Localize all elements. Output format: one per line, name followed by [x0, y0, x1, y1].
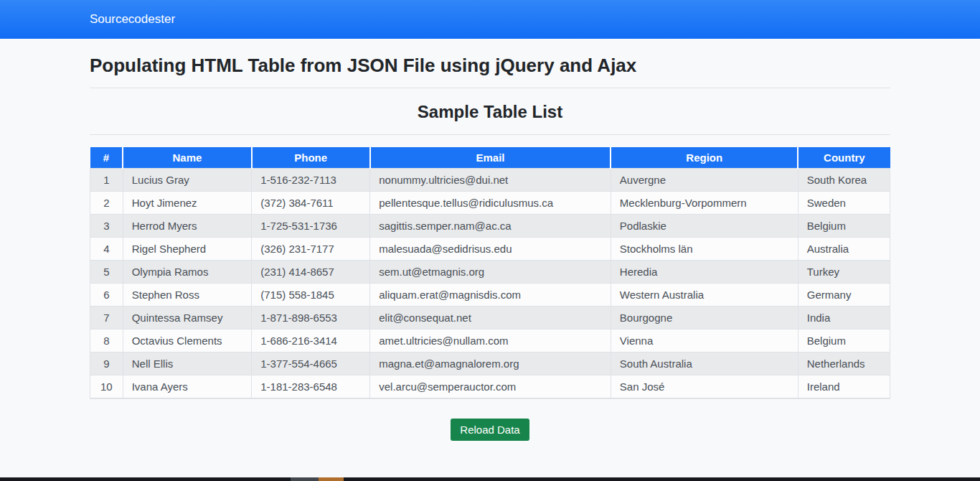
divider: [90, 88, 890, 88]
table-cell: Herrod Myers: [123, 215, 252, 238]
table-cell: 1-686-216-3414: [252, 330, 370, 352]
table-cell: 7: [90, 307, 123, 330]
table-cell: malesuada@sedidrisus.edu: [370, 238, 611, 261]
table-row: 6Stephen Ross(715) 558-1845aliquam.erat@…: [90, 284, 890, 307]
table-row: 4Rigel Shepherd(326) 231-7177malesuada@s…: [90, 238, 890, 261]
page-title: Populating HTML Table from JSON File usi…: [90, 55, 890, 77]
table-cell: San José: [611, 375, 798, 398]
table-header-row: #NamePhoneEmailRegionCountry: [90, 147, 890, 169]
table-cell: 1-181-283-6548: [252, 375, 370, 398]
table-cell: Vienna: [611, 330, 798, 352]
divider: [90, 398, 890, 399]
table-cell: Ivana Ayers: [123, 375, 252, 398]
table-cell: Netherlands: [798, 352, 890, 375]
column-header: Email: [370, 147, 611, 169]
table-cell: Quintessa Ramsey: [123, 307, 252, 330]
sample-table: #NamePhoneEmailRegionCountry 1Lucius Gra…: [90, 147, 890, 398]
table-cell: Germany: [798, 284, 890, 307]
taskbar-edge: [0, 477, 980, 481]
table-cell: pellentesque.tellus@ridiculusmus.ca: [370, 192, 611, 215]
table-cell: aliquam.erat@magnisdis.com: [370, 284, 611, 307]
table-row: 3Herrod Myers1-725-531-1736sagittis.semp…: [90, 215, 890, 238]
table-cell: Olympia Ramos: [123, 261, 252, 284]
table-cell: 1: [90, 169, 123, 192]
table-cell: sagittis.semper.nam@ac.ca: [370, 215, 611, 238]
table-cell: vel.arcu@semperauctor.com: [370, 375, 611, 398]
table-cell: 2: [90, 192, 123, 215]
table-cell: Belgium: [798, 215, 890, 238]
table-cell: South Australia: [611, 352, 798, 375]
column-header: Phone: [252, 147, 370, 169]
table-cell: amet.ultricies@nullam.com: [370, 330, 611, 352]
table-cell: 3: [90, 215, 123, 238]
table-cell: Stephen Ross: [123, 284, 252, 307]
table-row: 1Lucius Gray1-516-232-7113nonummy.ultric…: [90, 169, 890, 192]
table-cell: Stockholms län: [611, 238, 798, 261]
table-cell: Lucius Gray: [123, 169, 252, 192]
table-cell: sem.ut@etmagnis.org: [370, 261, 611, 284]
divider: [90, 134, 890, 135]
main-content: Populating HTML Table from JSON File usi…: [90, 55, 890, 441]
table-cell: Bourgogne: [611, 307, 798, 330]
column-header: Name: [123, 147, 252, 169]
table-cell: Nell Ellis: [123, 352, 252, 375]
table-row: 7Quintessa Ramsey1-871-898-6553elit@cons…: [90, 307, 890, 330]
table-cell: 1-871-898-6553: [252, 307, 370, 330]
table-cell: 1-516-232-7113: [252, 169, 370, 192]
table-cell: Belgium: [798, 330, 890, 352]
table-cell: (372) 384-7611: [252, 192, 370, 215]
table-cell: 4: [90, 238, 123, 261]
table-cell: magna.et@amagnalorem.org: [370, 352, 611, 375]
table-cell: South Korea: [798, 169, 890, 192]
table-row: 9Nell Ellis1-377-554-4665magna.et@amagna…: [90, 352, 890, 375]
table-cell: (326) 231-7177: [252, 238, 370, 261]
table-cell: elit@consequat.net: [370, 307, 611, 330]
table-cell: Hoyt Jimenez: [123, 192, 252, 215]
navbar: Sourcecodester: [0, 0, 980, 39]
reload-data-button[interactable]: Reload Data: [451, 419, 529, 441]
column-header: Country: [798, 147, 890, 169]
table-cell: Turkey: [798, 261, 890, 284]
table-cell: India: [798, 307, 890, 330]
table-cell: nonummy.ultricies@dui.net: [370, 169, 611, 192]
table-cell: 5: [90, 261, 123, 284]
taskbar-orange-segment: [319, 477, 344, 481]
navbar-brand[interactable]: Sourcecodester: [90, 12, 175, 26]
table-cell: Octavius Clements: [123, 330, 252, 352]
table-cell: Ireland: [798, 375, 890, 398]
table-cell: 8: [90, 330, 123, 352]
table-cell: Western Australia: [611, 284, 798, 307]
table-cell: 6: [90, 284, 123, 307]
table-heading: Sample Table List: [90, 102, 890, 122]
table-cell: (715) 558-1845: [252, 284, 370, 307]
table-cell: 9: [90, 352, 123, 375]
table-cell: Australia: [798, 238, 890, 261]
table-cell: (231) 414-8657: [252, 261, 370, 284]
table-body: 1Lucius Gray1-516-232-7113nonummy.ultric…: [90, 169, 890, 398]
table-cell: 10: [90, 375, 123, 398]
table-row: 8Octavius Clements1-686-216-3414amet.ult…: [90, 330, 890, 352]
table-row: 2Hoyt Jimenez(372) 384-7611pellentesque.…: [90, 192, 890, 215]
table-row: 10Ivana Ayers1-181-283-6548vel.arcu@semp…: [90, 375, 890, 398]
table-cell: 1-725-531-1736: [252, 215, 370, 238]
table-cell: 1-377-554-4665: [252, 352, 370, 375]
table-cell: Mecklenburg-Vorpommern: [611, 192, 798, 215]
column-header: Region: [611, 147, 798, 169]
table-row: 5Olympia Ramos(231) 414-8657sem.ut@etmag…: [90, 261, 890, 284]
table-cell: Heredia: [611, 261, 798, 284]
table-header: #NamePhoneEmailRegionCountry: [90, 147, 890, 169]
taskbar-gray-segment: [291, 477, 319, 481]
table-cell: Sweden: [798, 192, 890, 215]
table-cell: Auvergne: [611, 169, 798, 192]
table-cell: Rigel Shepherd: [123, 238, 252, 261]
table-cell: Podlaskie: [611, 215, 798, 238]
column-header: #: [90, 147, 123, 169]
